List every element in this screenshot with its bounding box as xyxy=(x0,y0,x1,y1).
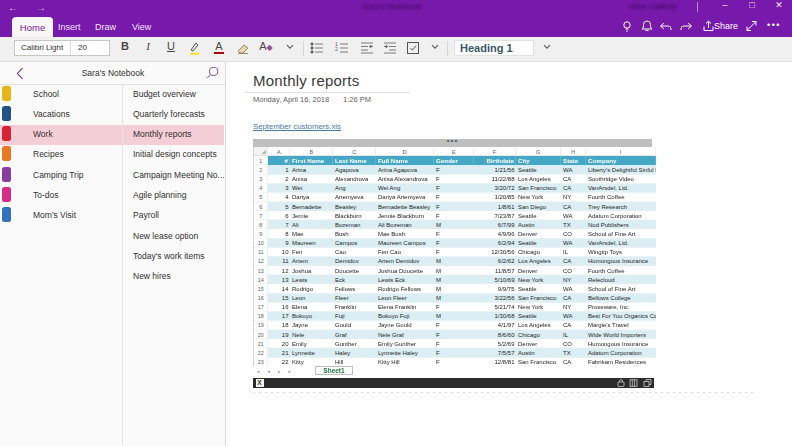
svg-text:2: 2 xyxy=(335,46,338,52)
